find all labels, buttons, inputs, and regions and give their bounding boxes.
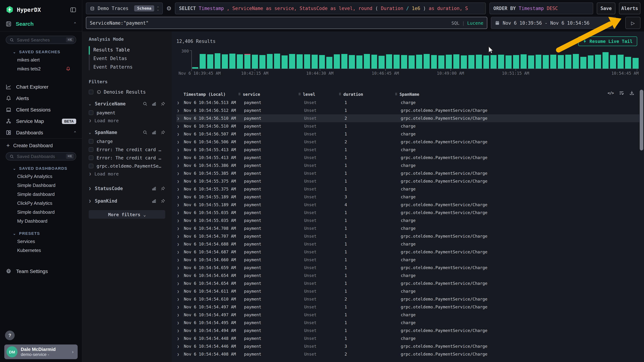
table-row[interactable]: ❯Nov 6 10:54:54.659 AMpaymentUnset1grpc.… [176, 264, 639, 272]
row-expand-icon[interactable]: ❯ [176, 171, 184, 176]
row-expand-icon[interactable]: ❯ [176, 147, 184, 152]
row-expand-icon[interactable]: ❯ [176, 234, 184, 239]
search-section-collapse-icon[interactable]: ⌃ [74, 21, 76, 26]
row-expand-icon[interactable]: ❯ [176, 265, 184, 270]
sidebar-item-chart-explorer[interactable]: Chart Explorer [0, 81, 82, 93]
table-row[interactable]: ❯Nov 6 10:54:54.688 AMpaymentUnset1charg… [176, 240, 639, 248]
table-row[interactable]: ❯Nov 6 10:54:55.413 AMpaymentUnset1grpc.… [176, 154, 639, 162]
filter-search-icon[interactable] [143, 130, 148, 135]
filter-chart-icon[interactable] [152, 130, 156, 135]
saved-search-item[interactable]: mikes alert [6, 55, 76, 64]
denoise-checkbox[interactable] [89, 90, 94, 94]
table-row[interactable]: ❯Nov 6 10:54:54.448 AMpaymentUnset1charg… [176, 335, 639, 342]
filter-value-payment[interactable]: payment [89, 109, 165, 117]
row-expand-icon[interactable]: ❯ [176, 163, 184, 168]
more-filters-button[interactable]: More filters ⌄ [89, 210, 165, 219]
table-row[interactable]: ❯Nov 6 10:54:56.507 AMpaymentUnset1charg… [176, 130, 639, 138]
row-expand-icon[interactable]: ❯ [176, 155, 184, 160]
preset-item[interactable]: Services [6, 237, 76, 246]
column-header-level[interactable]: ⠿level [298, 92, 339, 97]
alerts-button[interactable]: Alerts [619, 2, 640, 14]
table-row[interactable]: ❯Nov 6 10:54:54.654 AMpaymentUnset1grpc.… [176, 279, 639, 287]
row-expand-icon[interactable]: ❯ [176, 116, 184, 121]
drag-handle-icon[interactable]: ⠿ [238, 93, 240, 96]
language-toggle-lucene[interactable]: Lucene [467, 20, 483, 25]
filter-search-icon[interactable] [143, 102, 148, 106]
download-icon[interactable] [629, 90, 634, 95]
table-row[interactable]: ❯Nov 6 10:54:54.408 AMpaymentUnset2grpc.… [176, 350, 639, 358]
sidebar-item-client-sessions[interactable]: Client Sessions [0, 104, 82, 115]
filter-checkbox[interactable] [89, 147, 94, 152]
preset-item[interactable]: Kubernetes [6, 246, 76, 255]
filter-pin-icon[interactable] [161, 130, 165, 135]
filter-checkbox[interactable] [89, 110, 94, 115]
sidebar-item-search[interactable]: Search ⌃ [0, 16, 82, 31]
row-expand-icon[interactable]: ❯ [176, 202, 184, 207]
run-query-button[interactable]: ▷ [626, 17, 640, 29]
saved-search-item[interactable]: mikes tets2 [6, 64, 76, 73]
search-query-input[interactable]: ServiceName:"payment" SQL | Lucene [86, 17, 487, 29]
row-expand-icon[interactable]: ❯ [176, 124, 184, 129]
row-expand-icon[interactable]: ❯ [176, 289, 184, 294]
row-expand-icon[interactable]: ❯ [176, 352, 184, 357]
sidebar-item-dashboards[interactable]: Dashboards ⌃ [0, 127, 82, 138]
dashboard-item[interactable]: My Dashboard [6, 216, 76, 225]
drag-handle-icon[interactable]: ⠿ [339, 93, 341, 96]
saved-dashboards-header[interactable]: ⌄ SAVED DASHBOARDS [13, 166, 76, 171]
table-row[interactable]: ❯Nov 6 10:54:56.510 AMpaymentUnset2grpc.… [176, 114, 639, 122]
table-row[interactable]: ❯Nov 6 10:54:54.497 AMpaymentUnset1grpc.… [176, 303, 639, 311]
source-select[interactable]: Demo Traces Schema ⌃⌄ [86, 2, 163, 14]
filter-value-error2[interactable]: Error: The credit card … [89, 154, 165, 162]
load-more-servicename[interactable]: ❯ Load more [89, 117, 165, 124]
filter-chart-icon[interactable] [152, 102, 156, 106]
user-menu[interactable]: DM Dale McDiarmid demo-service - › [4, 345, 78, 359]
filter-group-servicename[interactable]: ⌄ ServiceName [89, 101, 165, 107]
table-row[interactable]: ❯Nov 6 10:54:54.446 AMpaymentUnset3grpc.… [176, 342, 639, 350]
row-expand-icon[interactable]: ❯ [176, 242, 184, 247]
sidebar-item-alerts[interactable]: Alerts [0, 93, 82, 104]
row-expand-icon[interactable]: ❯ [176, 108, 184, 113]
row-expand-icon[interactable]: ❯ [176, 257, 184, 262]
row-expand-icon[interactable]: ❯ [176, 336, 184, 341]
row-expand-icon[interactable]: ❯ [176, 179, 184, 184]
table-row[interactable]: ❯Nov 6 10:54:55.386 AMpaymentUnset1charg… [176, 162, 639, 169]
table-row[interactable]: ❯Nov 6 10:54:55.189 AMpaymentUnset4grpc.… [176, 201, 639, 209]
table-row[interactable]: ❯Nov 6 10:54:56.512 AMpaymentUnset1grpc.… [176, 107, 639, 114]
order-by-input[interactable]: ORDER BY Timestamp DESC [490, 2, 593, 14]
table-row[interactable]: ❯Nov 6 10:54:55.189 AMpaymentUnset3charg… [176, 193, 639, 201]
row-expand-icon[interactable]: ❯ [176, 249, 184, 254]
filter-value-error1[interactable]: Error: The credit card … [89, 146, 165, 154]
row-expand-icon[interactable]: ❯ [176, 320, 184, 325]
wrap-text-icon[interactable] [619, 90, 624, 95]
filter-group-statuscode[interactable]: ❯ StatusCode [89, 186, 165, 191]
table-row[interactable]: ❯Nov 6 10:54:54.687 AMpaymentUnset1grpc.… [176, 248, 639, 256]
filter-chart-icon[interactable] [152, 199, 156, 203]
row-expand-icon[interactable]: ❯ [176, 132, 184, 137]
tab-event-patterns[interactable]: Event Patterns [94, 62, 165, 71]
sidebar-collapse-icon[interactable] [70, 6, 76, 13]
table-row[interactable]: ❯Nov 6 10:54:54.610 AMpaymentUnset2grpc.… [176, 295, 639, 303]
table-row[interactable]: ❯Nov 6 10:54:54.495 AMpaymentUnset1charg… [176, 319, 639, 327]
column-header-spanname[interactable]: ⠿SpanName [395, 92, 639, 97]
sidebar-item-service-map[interactable]: Service Map BETA [0, 115, 82, 127]
table-row[interactable]: ❯Nov 6 10:54:55.035 AMpaymentUnset1charg… [176, 216, 639, 224]
filter-checkbox[interactable] [89, 139, 94, 144]
code-view-icon[interactable]: </> [608, 91, 614, 95]
filter-group-spankind[interactable]: ❯ SpanKind [89, 198, 165, 204]
help-button[interactable]: ? [5, 331, 15, 340]
row-expand-icon[interactable]: ❯ [176, 186, 184, 191]
tab-results-table[interactable]: Results Table [94, 45, 165, 54]
dashboard-item[interactable]: ClickPy Analytics [6, 199, 76, 208]
filter-pin-icon[interactable] [161, 199, 165, 203]
row-expand-icon[interactable]: ❯ [176, 100, 184, 105]
dashboards-collapse-icon[interactable]: ⌃ [74, 130, 76, 135]
table-row[interactable]: ❯Nov 6 10:54:55.035 AMpaymentUnset1grpc.… [176, 209, 639, 216]
row-expand-icon[interactable]: ❯ [176, 218, 184, 223]
tab-event-deltas[interactable]: Event Deltas [94, 54, 165, 62]
drag-handle-icon[interactable]: ⠿ [298, 93, 301, 96]
filter-value-grpc[interactable]: grpc.oteldemo.PaymentSe… [89, 162, 165, 170]
table-row[interactable]: ❯Nov 6 10:54:56.510 AMpaymentUnset1charg… [176, 122, 639, 130]
saved-searches-header[interactable]: ⌄ SAVED SEARCHES [13, 50, 76, 54]
dashboard-item[interactable]: Simple dashboard [6, 190, 76, 199]
drag-handle-icon[interactable]: ⠿ [395, 93, 397, 96]
